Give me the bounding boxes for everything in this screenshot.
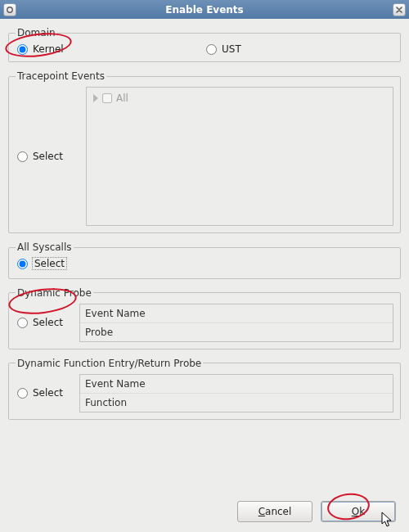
dynamic-probe-probe-label: Probe xyxy=(85,327,113,338)
ok-button-rest: k xyxy=(359,506,365,517)
dynamic-func-legend: Dynamic Function Entry/Return Probe xyxy=(16,358,203,369)
dynamic-probe-probe-field[interactable]: Probe xyxy=(80,322,393,341)
domain-group: Domain Kernel UST xyxy=(8,27,401,62)
dynamic-func-group: Dynamic Function Entry/Return Probe Sele… xyxy=(8,358,401,420)
dynamic-func-event-name-label: Event Name xyxy=(85,378,146,390)
tracepoint-select-radio-input[interactable] xyxy=(17,151,28,162)
domain-legend: Domain xyxy=(16,27,57,38)
svg-point-0 xyxy=(7,7,12,11)
window-menu-button[interactable] xyxy=(3,3,16,16)
ok-button[interactable]: Ok xyxy=(321,501,396,522)
dynamic-probe-select-radio-input[interactable] xyxy=(17,318,28,328)
dynamic-func-select-radio-label: Select xyxy=(33,387,63,399)
ok-button-mnemonic: O xyxy=(352,506,359,517)
dynamic-probe-event-name-label: Event Name xyxy=(85,308,146,319)
domain-radio-ust-input[interactable] xyxy=(206,44,217,55)
dialog-button-bar: Cancel Ok xyxy=(237,501,396,522)
dynamic-func-select-radio-input[interactable] xyxy=(17,388,28,399)
cancel-button-mnemonic: C xyxy=(258,506,265,517)
syscalls-legend: All Syscalls xyxy=(16,241,74,253)
tracepoint-legend: Tracepoint Events xyxy=(16,70,106,82)
syscalls-select-radio-input[interactable] xyxy=(17,259,28,269)
window-title: Enable Events xyxy=(20,4,389,16)
tracepoint-group: Tracepoint Events Select All xyxy=(8,70,401,233)
dynamic-func-function-label: Function xyxy=(85,397,127,408)
checkbox-icon[interactable] xyxy=(102,93,112,103)
dynamic-probe-legend: Dynamic Probe xyxy=(16,287,93,299)
domain-radio-kernel-input[interactable] xyxy=(17,44,28,55)
tracepoint-tree-root[interactable]: All xyxy=(93,92,128,104)
syscalls-select-radio[interactable]: Select xyxy=(16,258,66,269)
syscalls-group: All Syscalls Select xyxy=(8,241,401,279)
titlebar: Enable Events xyxy=(0,0,409,19)
dynamic-func-event-name-field[interactable]: Event Name xyxy=(80,375,393,393)
window-close-button[interactable] xyxy=(393,3,406,16)
tracepoint-select-radio-label: Select xyxy=(33,151,63,162)
dynamic-probe-event-name-field[interactable]: Event Name xyxy=(80,304,393,322)
tracepoint-tree[interactable]: All xyxy=(86,87,393,226)
dynamic-func-function-field[interactable]: Function xyxy=(80,393,393,412)
dynamic-probe-group: Dynamic Probe Select Event Name Probe xyxy=(8,287,401,349)
tracepoint-tree-root-label: All xyxy=(116,92,128,104)
domain-radio-kernel-label: Kernel xyxy=(33,43,64,55)
domain-radio-kernel[interactable]: Kernel xyxy=(16,43,64,55)
dynamic-probe-select-radio[interactable]: Select xyxy=(16,317,63,328)
domain-radio-ust-label: UST xyxy=(222,43,241,55)
cancel-button[interactable]: Cancel xyxy=(237,501,312,522)
tracepoint-select-radio[interactable]: Select xyxy=(16,151,63,162)
expand-icon[interactable] xyxy=(93,94,98,102)
dialog-client-area: Domain Kernel UST Tracepoint Events xyxy=(0,19,409,532)
dynamic-probe-select-radio-label: Select xyxy=(33,317,63,328)
cancel-button-rest: ancel xyxy=(265,506,291,517)
syscalls-select-radio-label: Select xyxy=(33,258,66,269)
domain-radio-ust[interactable]: UST xyxy=(204,43,241,55)
dynamic-func-select-radio[interactable]: Select xyxy=(16,387,63,399)
